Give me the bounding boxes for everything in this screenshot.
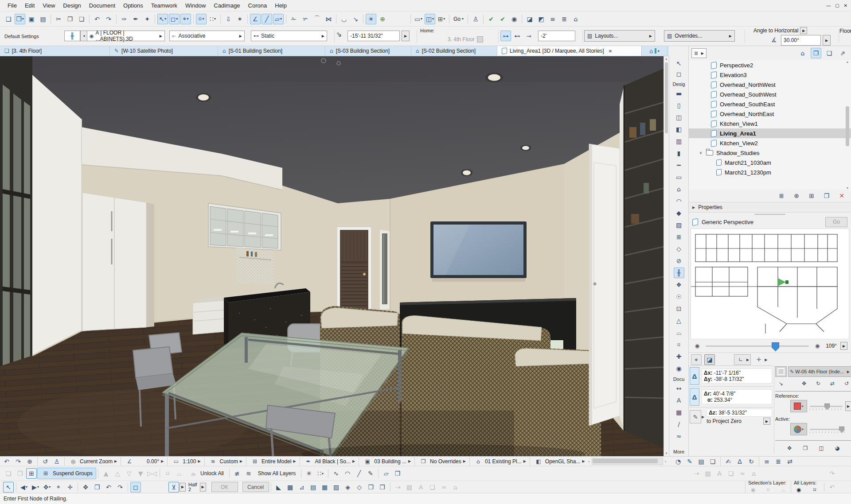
- marquee-tool-icon[interactable]: ◻▾: [169, 14, 180, 24]
- new-folder-icon[interactable]: ⊞: [806, 190, 817, 201]
- marquee2-icon[interactable]: ◻: [130, 482, 141, 492]
- properties-section[interactable]: ▶ Properties: [689, 202, 851, 213]
- fill-folder-icon[interactable]: ❒: [366, 482, 376, 492]
- profile-icon[interactable]: ⌓: [674, 327, 684, 338]
- fill-dark-icon[interactable]: ▦: [320, 482, 330, 492]
- ungroup-icon[interactable]: ❒: [15, 468, 25, 479]
- autogroup-icon[interactable]: ⊞: [26, 468, 37, 479]
- riser-mid-icon[interactable]: ⊷: [512, 31, 523, 41]
- menu-corona[interactable]: Corona: [244, 2, 271, 9]
- reference-level-caret[interactable]: ▶: [763, 418, 770, 425]
- annot-text-icon[interactable]: A: [416, 482, 426, 492]
- zoom-next-icon[interactable]: ↷: [115, 482, 125, 492]
- draft-line-icon[interactable]: ∿: [331, 468, 341, 479]
- send-back-icon[interactable]: ▼: [135, 468, 146, 479]
- zoom-in-icon[interactable]: ⊕: [24, 456, 35, 467]
- unlock-all-button[interactable]: ⌓ Unlock All: [185, 468, 227, 479]
- pen-slash-icon[interactable]: ✎: [690, 410, 701, 423]
- annot-move-icon[interactable]: ⇢: [393, 482, 403, 492]
- menu-help[interactable]: Help: [271, 2, 291, 9]
- tree-folder[interactable]: ∨Shadow_Studies: [689, 148, 851, 158]
- inject-icon[interactable]: ✒: [130, 14, 141, 24]
- bring-fwd-icon[interactable]: △: [112, 468, 123, 479]
- active-opacity-slider[interactable]: [810, 429, 844, 430]
- menu-view[interactable]: View: [39, 2, 59, 9]
- snap-guide-icon[interactable]: ╱: [262, 14, 272, 24]
- dot-grid-icon[interactable]: ∷▾: [315, 468, 326, 479]
- wall-icon[interactable]: ▬: [674, 88, 684, 99]
- detail-icon[interactable]: ◔: [673, 456, 683, 467]
- explode-icon[interactable]: ✳: [304, 468, 314, 479]
- tracker-toggle-icon[interactable]: ⌖: [691, 354, 702, 365]
- draft-guide-icon[interactable]: ╱: [354, 468, 364, 479]
- trace-reset-icon[interactable]: ⇄: [828, 379, 837, 388]
- tree-item[interactable]: March21_1230pm: [689, 167, 851, 177]
- next-icon[interactable]: ▶▾: [30, 482, 41, 492]
- select-arrow-icon[interactable]: ↖: [3, 482, 14, 492]
- qo-structure-display-group[interactable]: ⊞ Entire Model▶: [248, 457, 298, 466]
- tab-satellite-photo[interactable]: ✎[W-10 Satellite Photo]: [110, 46, 218, 56]
- suspend-groups-button[interactable]: ⊞ Suspend Groups: [37, 468, 96, 479]
- tree-item[interactable]: Overhead_NorthEast: [689, 109, 851, 119]
- truss-icon[interactable]: △: [674, 315, 684, 326]
- camera-icon[interactable]: ◉: [509, 14, 519, 24]
- align-icon[interactable]: ≡: [547, 14, 558, 24]
- transform-icon[interactable]: ✥▾: [42, 482, 52, 492]
- menu-window[interactable]: Window: [181, 2, 210, 9]
- layout-tool-icon[interactable]: ❏: [707, 456, 718, 467]
- tracker-hatch-icon[interactable]: ◪: [704, 354, 715, 365]
- new-file-icon[interactable]: ❑: [3, 14, 14, 24]
- menu-document[interactable]: Document: [85, 2, 119, 9]
- tracker-xy-fields[interactable]: Δx: -11'-7 1/16" Δy: -38'-8 17/32": [702, 368, 772, 384]
- view-undo-icon[interactable]: ↶: [1, 456, 12, 467]
- open-icon[interactable]: ❒▾: [15, 14, 25, 24]
- view-map-icon[interactable]: ❐: [811, 48, 821, 58]
- annot-hatch-icon[interactable]: ▨: [404, 482, 415, 492]
- qo-overrides-group[interactable]: ❐ No Overrides▶: [417, 457, 468, 466]
- expander-icon[interactable]: ∨: [699, 151, 703, 155]
- shell-icon[interactable]: ◠: [674, 196, 684, 206]
- window-icon[interactable]: ◫: [674, 112, 684, 123]
- magic-wand-icon[interactable]: ✶: [234, 14, 245, 24]
- delta-xy-button[interactable]: Δ: [690, 367, 699, 385]
- markup-icon[interactable]: ✍: [723, 456, 734, 467]
- active-color-button[interactable]: ▸: [790, 423, 807, 435]
- qo-model-view-group[interactable]: ▣ 03 Building ...▶: [361, 457, 413, 466]
- favorites-icon[interactable]: ✦: [142, 14, 152, 24]
- accessory-icon[interactable]: ✚: [674, 351, 684, 362]
- grid-snap-icon[interactable]: ⌗▾: [196, 14, 207, 24]
- adjust-icon[interactable]: ⌒: [312, 14, 322, 24]
- annot-spline-icon[interactable]: ≈: [737, 468, 748, 479]
- menu-edit[interactable]: Edit: [21, 2, 39, 9]
- lamp-icon[interactable]: ☉: [674, 291, 684, 302]
- fill-corner-icon[interactable]: ◣: [273, 482, 284, 492]
- copy-icon[interactable]: ❐: [65, 14, 75, 24]
- walk-icon[interactable]: ♙: [470, 14, 481, 24]
- view-redo-icon[interactable]: ↷: [13, 456, 23, 467]
- lock-icon[interactable]: ⌑: [162, 468, 173, 479]
- check-ok-icon[interactable]: ✔: [486, 14, 496, 24]
- coord-tracker-icon[interactable]: ⌖▾: [180, 14, 191, 24]
- hscroll-left-icon[interactable]: ‹: [587, 459, 592, 464]
- edit-plane-icon[interactable]: ▱▾: [273, 14, 284, 24]
- trace-drag-icon[interactable]: ✥: [785, 444, 794, 453]
- tree-scrollbar[interactable]: ▲ ▼: [845, 60, 850, 190]
- layer-combo[interactable]: ◉ A | FLOOR | ...ABINETS).3D▶: [87, 31, 165, 41]
- morph-icon[interactable]: ◆: [674, 208, 684, 218]
- tab-section-s03[interactable]: ⌂[S-03 Building Section]: [325, 46, 411, 56]
- tree-item[interactable]: Kitchen_View1: [689, 119, 851, 128]
- delta-ra-button[interactable]: Δ: [690, 388, 699, 406]
- zoom-in-camera-icon[interactable]: ◉: [813, 341, 822, 350]
- intersect-icon[interactable]: ⋈: [323, 14, 334, 24]
- scroll-down-icon[interactable]: ▼: [845, 186, 850, 190]
- equipment-icon[interactable]: ⊡: [674, 303, 684, 314]
- library-icon[interactable]: ⌂: [570, 14, 581, 24]
- print-icon[interactable]: ▤: [38, 14, 48, 24]
- save-icon[interactable]: ▣: [26, 14, 37, 24]
- fillet-icon[interactable]: ◡: [339, 14, 349, 24]
- tree-scroll-thumb[interactable]: [846, 106, 849, 146]
- riser-top-icon[interactable]: ⊶: [500, 31, 511, 41]
- coordinate-system-button[interactable]: ∟▶: [734, 354, 751, 365]
- redo-small-icon[interactable]: ↷: [827, 468, 837, 479]
- offset-input[interactable]: -2': [538, 31, 575, 41]
